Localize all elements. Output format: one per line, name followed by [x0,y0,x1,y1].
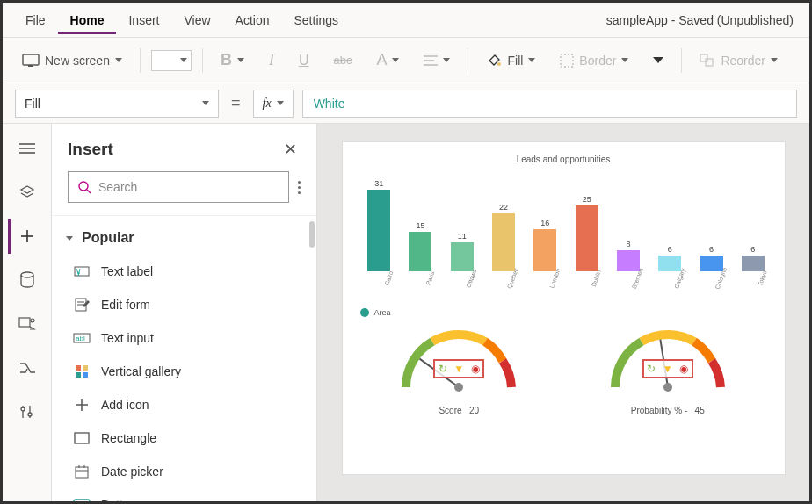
gauge-caption: Score 20 [380,406,538,415]
ribbon: New screen B I U abc A Fill Border [3,38,809,83]
svg-point-5 [497,62,501,66]
chevron-down-icon [771,58,778,62]
group-popular[interactable]: Popular [61,221,316,255]
text-input-icon: abl [73,329,91,347]
item-label: Edit form [101,298,150,312]
fill-button[interactable]: Fill [479,49,542,72]
rail-flows-icon[interactable] [10,350,45,385]
svg-rect-30 [83,365,88,371]
border-label: Border [579,54,616,68]
reorder-button[interactable]: Reorder [692,50,785,71]
rail-insert-icon[interactable] [8,219,43,254]
menu-settings[interactable]: Settings [282,6,352,34]
font-color-button[interactable]: A [369,47,406,73]
reorder-label: Reorder [721,54,765,68]
rail-data-icon[interactable] [10,263,45,298]
menu-file[interactable]: File [13,6,58,34]
left-rail [3,124,52,501]
bar-value: 16 [540,219,549,227]
insert-item-add-icon[interactable]: Add icon [61,388,316,421]
insert-item-edit-form[interactable]: Edit form [61,288,316,321]
chevron-down-icon [66,236,73,241]
underline-button[interactable]: U [292,49,316,72]
canvas-area[interactable]: Leads and opportunities 3115112216258666… [317,124,809,501]
bar [700,256,723,271]
chevron-down-icon [237,58,244,62]
insert-item-rectangle[interactable]: Rectangle [61,421,316,455]
svg-point-45 [663,383,672,392]
close-icon[interactable]: ✕ [280,136,301,162]
svg-point-16 [31,319,34,322]
fill-label: Fill [507,54,523,68]
bar [451,242,474,271]
chevron-down-icon [653,57,663,63]
chevron-down-icon [443,58,450,62]
bar [409,232,431,271]
bar [742,256,765,271]
add-icon-icon [73,396,91,414]
insert-item-date-picker[interactable]: Date picker [61,455,316,488]
chart-title: Leads and opportunities [355,155,772,164]
svg-point-20 [28,413,32,416]
property-select[interactable]: Fill [15,90,219,118]
chart-legend: Area [360,308,772,317]
svg-point-18 [21,407,25,411]
search-placeholder: Search [98,180,137,194]
chevron-down-icon [277,101,284,105]
search-input[interactable]: Search [68,171,289,203]
fx-button[interactable]: fx [253,90,294,118]
group-label: Popular [82,230,134,246]
svg-rect-8 [706,59,713,66]
rail-settings-icon[interactable] [10,394,45,429]
menu-home[interactable]: Home [58,6,117,34]
equals-sign: = [228,94,244,112]
item-label: Button [101,498,136,501]
insert-item-button[interactable]: Button [61,488,316,501]
canvas-screen[interactable]: Leads and opportunities 3115112216258666… [342,141,786,475]
menu-insert[interactable]: Insert [116,6,171,34]
strike-button[interactable]: abc [326,50,359,70]
insert-item-text-label[interactable]: Text label [61,255,316,288]
text-label-icon [73,263,91,280]
menu-action[interactable]: Action [223,6,282,34]
menu-view[interactable]: View [171,6,222,34]
svg-rect-40 [74,500,90,501]
gauge: ↻▼◉Score 20 [380,326,538,415]
expand-button[interactable] [646,54,671,67]
rail-layers-icon[interactable] [10,175,45,210]
rail-media-icon[interactable] [10,306,45,342]
rail-tree-icon[interactable] [10,131,45,166]
svg-point-43 [454,383,463,392]
italic-button[interactable]: I [262,47,281,73]
theme-swatch[interactable] [151,50,192,71]
new-screen-button[interactable]: New screen [15,50,129,71]
bar-column: 31 [360,179,398,271]
screen-icon [22,54,40,68]
bar [533,229,556,271]
border-button[interactable]: Border [553,50,635,71]
formula-input[interactable]: White [302,90,797,118]
bar [367,190,390,271]
border-icon [560,54,574,68]
more-options-icon[interactable] [298,181,301,194]
bar-value: 25 [583,195,591,204]
item-label: Text input [101,331,154,345]
gauge: ↻▼◉Probability % - 45 [589,326,747,415]
bar-value: 31 [374,179,383,188]
legend-label: Area [374,308,391,317]
menu-bar: File Home Insert View Action Settings sa… [3,3,809,38]
align-button[interactable] [417,51,457,70]
chevron-down-icon [392,58,399,62]
scrollbar[interactable] [309,221,315,248]
bar [492,213,515,271]
bar-chart: 3115112216258666 [355,175,772,271]
item-label: Text label [101,264,153,278]
paint-bucket-icon [486,53,502,68]
bold-button[interactable]: B [214,47,251,73]
svg-rect-32 [83,372,88,378]
insert-item-text-input[interactable]: ablText input [61,321,316,355]
svg-rect-36 [76,467,88,478]
insert-item-gallery[interactable]: Vertical gallery [61,355,316,388]
item-label: Add icon [101,398,149,412]
gauge-highlight: ↻▼◉ [642,359,693,378]
